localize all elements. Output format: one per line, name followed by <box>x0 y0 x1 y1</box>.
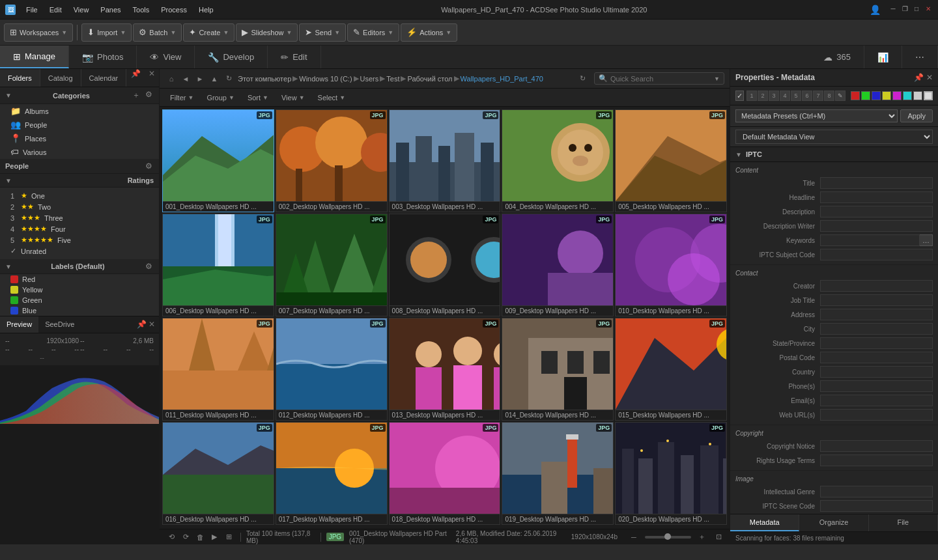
nav-forward-button[interactable]: ► <box>193 72 206 85</box>
batch-button[interactable]: ⚙ Batch ▼ <box>133 23 182 42</box>
meta-color-blue[interactable] <box>872 91 881 100</box>
thumbnail-item-018[interactable]: JPG018_Desktop Wallpapers HD ... <box>389 422 501 525</box>
rating-three[interactable]: 3 ★★★ Three <box>0 212 159 223</box>
meta-color-green[interactable] <box>861 91 870 100</box>
tab-stats[interactable]: 📊 <box>864 46 902 68</box>
postal-input[interactable] <box>820 352 933 363</box>
thumbnail-item-005[interactable]: JPG005_Desktop Wallpapers HD ... <box>615 109 727 212</box>
thumbnail-item-016[interactable]: JPG016_Desktop Wallpapers HD ... <box>162 422 274 525</box>
copyright-notice-input[interactable] <box>820 440 933 452</box>
breadcrumb-users[interactable]: Users <box>360 75 379 83</box>
user-icon[interactable]: 👤 <box>870 5 881 15</box>
labels-section-header[interactable]: ▼ Labels (Default) ⚙ <box>0 259 159 274</box>
category-various[interactable]: 🏷 Various <box>0 145 159 159</box>
zoom-slider[interactable] <box>645 536 691 539</box>
iptc-section-header[interactable]: ▼ IPTC <box>730 147 938 162</box>
keywords-browse-button[interactable]: … <box>920 234 933 246</box>
preview-tab-preview[interactable]: Preview <box>0 316 38 333</box>
label-yellow[interactable]: Yellow <box>0 285 159 295</box>
meta-num-5[interactable]: 5 <box>791 91 801 101</box>
tab-edit[interactable]: ✏ Edit <box>268 46 320 68</box>
panel-pin-button[interactable]: 📌 <box>127 69 145 87</box>
preview-pin-icon[interactable]: 📌 <box>137 320 147 329</box>
meta-num-6[interactable]: 6 <box>802 91 812 101</box>
menu-help[interactable]: Help <box>193 5 219 15</box>
menu-process[interactable]: Process <box>156 5 192 15</box>
categories-add-button[interactable]: ＋ <box>131 90 141 101</box>
tab-photos[interactable]: 📷 Photos <box>69 46 137 68</box>
sort-button[interactable]: Sort ▼ <box>242 92 274 103</box>
restore-button[interactable]: ❐ <box>900 5 909 14</box>
search-dropdown-icon[interactable]: ▼ <box>714 76 720 82</box>
maximize-button[interactable]: □ <box>912 5 921 14</box>
rating-four[interactable]: 4 ★★★★ Four <box>0 223 159 234</box>
preview-tab-seedrive[interactable]: SeeDrive <box>38 316 81 333</box>
right-panel-close-button[interactable]: ✕ <box>926 73 933 82</box>
breadcrumb-computer[interactable]: Этот компьютер <box>238 75 291 83</box>
meta-color-white[interactable] <box>913 91 922 100</box>
view-filter-button[interactable]: View ▼ <box>276 92 310 103</box>
editors-button[interactable]: ✎ Editors ▼ <box>347 23 399 42</box>
preview-close-icon[interactable]: ✕ <box>149 320 155 329</box>
metadata-preset-dropdown[interactable]: Metadata Presets (Ctrl+M) <box>735 109 898 122</box>
nav-up-button[interactable]: ▲ <box>208 72 221 85</box>
iptc-subject-input[interactable] <box>820 249 933 260</box>
send-button[interactable]: ➤ Send ▼ <box>299 23 346 42</box>
workspaces-button[interactable]: ⊞ Workspaces ▼ <box>4 23 73 42</box>
nav-home-button[interactable]: ⌂ <box>165 72 178 85</box>
rating-unrated[interactable]: ✓ Unrated <box>0 245 159 257</box>
creator-input[interactable] <box>820 280 933 292</box>
thumbnail-item-002[interactable]: JPG002_Desktop Wallpapers HD ... <box>276 109 388 212</box>
thumbnail-item-012[interactable]: JPG012_Desktop Wallpapers HD ... <box>276 318 388 421</box>
thumbnail-item-013[interactable]: JPG013_Desktop Wallpapers HD ... <box>389 318 501 421</box>
actions-button[interactable]: ⚡ Actions ▼ <box>401 23 457 42</box>
headline-input[interactable] <box>820 191 933 203</box>
intellectual-genre-input[interactable] <box>820 486 933 497</box>
web-input[interactable] <box>820 409 933 421</box>
category-people[interactable]: 👥 People <box>0 118 159 132</box>
right-tab-metadata[interactable]: Metadata <box>730 514 799 531</box>
people-settings-button[interactable]: ⚙ <box>144 161 154 171</box>
meta-num-3[interactable]: 3 <box>769 91 779 101</box>
category-places[interactable]: 📍 Places <box>0 132 159 145</box>
nav-back-button[interactable]: ◄ <box>179 72 192 85</box>
zoom-in-button[interactable]: ＋ <box>696 531 708 544</box>
ratings-section-header[interactable]: ▼ Ratings <box>0 174 159 188</box>
country-contact-input[interactable] <box>820 366 933 378</box>
tab-develop[interactable]: 🔧 Develop <box>195 46 268 68</box>
apply-button[interactable]: Apply <box>900 109 933 122</box>
menu-view[interactable]: View <box>68 5 94 15</box>
iptc-scene-input[interactable] <box>820 500 933 512</box>
label-green[interactable]: Green <box>0 295 159 305</box>
thumbnail-item-014[interactable]: JPG014_Desktop Wallpapers HD ... <box>502 318 614 421</box>
meta-num-4[interactable]: 4 <box>780 91 790 101</box>
filter-button[interactable]: Filter ▼ <box>165 92 199 103</box>
rotate-right-button[interactable]: ⟳ <box>179 531 192 543</box>
panel-close-button[interactable]: ✕ <box>145 69 159 87</box>
thumbnail-item-004[interactable]: JPG004_Desktop Wallpapers HD ... <box>502 109 614 212</box>
import-button[interactable]: ⬇ Import ▼ <box>81 23 132 42</box>
thumbnail-item-006[interactable]: JPG006_Desktop Wallpapers HD ... <box>162 214 274 316</box>
thumbnail-item-015[interactable]: JPG015_Desktop Wallpapers HD ... <box>615 318 727 421</box>
rating-one[interactable]: 1 ★ One <box>0 190 159 201</box>
meta-color-yellow[interactable] <box>882 91 891 100</box>
category-albums[interactable]: 📁 Albums <box>0 104 159 118</box>
right-panel-pin-button[interactable]: 📌 <box>914 73 924 82</box>
thumbnail-item-008[interactable]: JPG008_Desktop Wallpapers HD ... <box>389 214 501 316</box>
select-button[interactable]: Select ▼ <box>313 92 351 103</box>
labels-settings-button[interactable]: ⚙ <box>144 262 154 271</box>
tab-365[interactable]: ☁ 365 <box>810 46 864 68</box>
phone-input[interactable] <box>820 380 933 392</box>
breadcrumb-desktop[interactable]: Рабочий стол <box>407 75 452 83</box>
zoom-handle[interactable] <box>664 533 671 540</box>
thumbnail-item-009[interactable]: JPG009_Desktop Wallpapers HD ... <box>502 214 614 316</box>
label-blue[interactable]: Blue <box>0 305 159 316</box>
metadata-check[interactable]: ✓ <box>735 91 744 101</box>
compare-button[interactable]: ⊞ <box>222 531 235 543</box>
menu-panes[interactable]: Panes <box>95 5 126 15</box>
meta-num-edit[interactable]: ✎ <box>835 91 846 101</box>
meta-num-8[interactable]: 8 <box>824 91 834 101</box>
thumbnail-item-019[interactable]: JPG019_Desktop Wallpapers HD ... <box>502 422 614 525</box>
thumbnail-item-011[interactable]: JPG011_Desktop Wallpapers HD ... <box>162 318 274 421</box>
nav-refresh-path-button[interactable]: ↻ <box>576 72 589 85</box>
